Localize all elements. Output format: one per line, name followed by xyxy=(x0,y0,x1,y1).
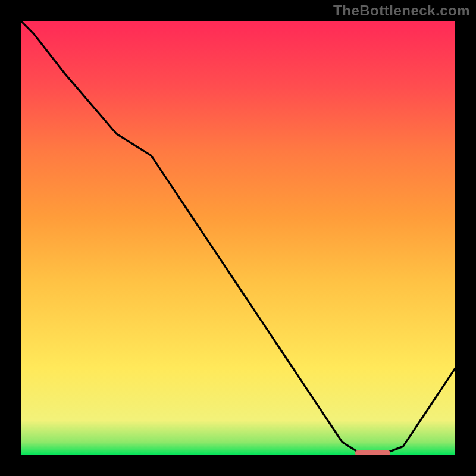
chart-background xyxy=(21,21,455,455)
plot-area xyxy=(21,21,455,455)
chart-svg xyxy=(21,21,455,455)
watermark-text: TheBottleneck.com xyxy=(333,2,470,19)
chart-frame: TheBottleneck.com xyxy=(0,0,476,476)
optimum-marker xyxy=(355,450,390,455)
